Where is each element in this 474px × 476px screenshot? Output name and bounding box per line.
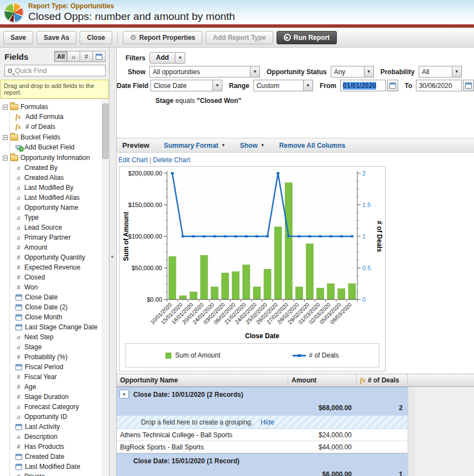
field-folder[interactable]: Opportunity Information	[3, 153, 100, 163]
add-filter-button[interactable]: Add ▼	[149, 52, 185, 64]
collapse-box-icon[interactable]	[3, 105, 8, 110]
field-item[interactable]: fx# of Deals	[10, 122, 100, 132]
group-summary-row: $68,000.002	[117, 401, 474, 415]
collapse-box-icon[interactable]	[3, 156, 8, 161]
a-field-icon: a	[15, 413, 22, 421]
field-label: Last Activity	[25, 423, 60, 431]
chevron-down-icon[interactable]: ▼	[175, 52, 185, 64]
table-scrollbar[interactable]	[408, 387, 415, 401]
field-item[interactable]: #Has Products	[10, 442, 100, 452]
filter-all-button[interactable]: All	[54, 51, 67, 62]
from-date-picker-button[interactable]	[387, 80, 398, 91]
show-menu[interactable]: Show▼	[240, 142, 265, 149]
remove-all-columns-link[interactable]: Remove All Columns	[279, 142, 346, 149]
svg-text:Sum of Amount: Sum of Amount	[122, 212, 130, 261]
field-item[interactable]: #Won	[10, 282, 100, 292]
field-item[interactable]: fxAdd Formula	[10, 112, 100, 122]
chevron-down-icon: ▼	[261, 143, 265, 148]
field-item[interactable]: aForecast Category	[10, 402, 100, 412]
fields-scrollbar-thumb[interactable]	[102, 104, 108, 159]
filter-number-button[interactable]: #	[80, 51, 93, 62]
field-folder[interactable]: Formulas	[3, 102, 100, 112]
summary-format-menu[interactable]: Summary Format▼	[164, 142, 226, 149]
page-title: Closed Opps: number and amount by month	[28, 11, 235, 23]
grouping-dropzone[interactable]: Drop a field here to create a grouping.H…	[117, 415, 408, 429]
field-item[interactable]: Close Date (2)	[10, 302, 100, 312]
range-select[interactable]: Custom ▼	[253, 80, 313, 91]
date-field-icon	[15, 324, 22, 330]
filters-label: Filters	[117, 54, 145, 62]
column-header-opportunity-name[interactable]: Opportunity Name	[117, 374, 288, 387]
delete-chart-link[interactable]: Delete Chart	[153, 156, 190, 164]
field-item[interactable]: #Expected Revenue	[10, 262, 100, 272]
field-item[interactable]: Close Date	[10, 292, 100, 302]
filter-text-button[interactable]: a	[67, 51, 80, 62]
field-item[interactable]: Fiscal Period	[10, 362, 100, 372]
field-item[interactable]: #Closed	[10, 272, 100, 282]
table-scrollbar[interactable]	[408, 453, 415, 468]
group-collapse-button[interactable]: ▼	[119, 390, 129, 399]
field-item[interactable]: #Fiscal Year	[10, 372, 100, 382]
opportunity-status-select[interactable]: Any ▼	[331, 66, 374, 77]
to-label: To	[405, 82, 413, 90]
column-header-amount[interactable]: Amount	[288, 374, 357, 387]
close-button[interactable]: Close	[80, 31, 112, 44]
filter-date-button[interactable]	[92, 51, 106, 62]
field-item[interactable]: Close Month	[10, 312, 100, 322]
save-button[interactable]: Save	[3, 31, 33, 44]
save-as-button[interactable]: Save As	[37, 31, 76, 44]
field-item[interactable]: aNext Step	[10, 332, 100, 342]
probability-select[interactable]: All ▼	[419, 66, 462, 77]
field-item[interactable]: aDescription	[10, 432, 100, 442]
field-item[interactable]: aCreated By	[10, 163, 100, 173]
field-item[interactable]: aStage	[10, 342, 100, 352]
field-item[interactable]: aLast Modified Alias	[10, 193, 100, 203]
field-item[interactable]: aPrimary Partner	[10, 232, 100, 242]
run-report-button[interactable]: ▶ Run Report	[277, 31, 337, 44]
from-date-input[interactable]: 01/01/2020	[340, 80, 386, 91]
field-item[interactable]: Last Activity	[10, 422, 100, 432]
panel-splitter[interactable]	[110, 48, 117, 476]
field-item[interactable]: Last Modified Date	[10, 462, 100, 472]
field-label: Description	[24, 433, 58, 441]
field-item[interactable]: aLast Modified By	[10, 183, 100, 193]
field-label: Close Date (2)	[25, 303, 67, 311]
to-date-input[interactable]: 30/06/2020	[416, 80, 462, 91]
field-item[interactable]: aType	[10, 213, 100, 223]
edit-chart-link[interactable]: Edit Chart	[118, 156, 148, 164]
column-header-deals[interactable]: fx# of Deals	[357, 374, 408, 387]
svg-text:$50,000.00: $50,000.00	[132, 265, 162, 271]
show-select[interactable]: All opportunities ▼	[149, 66, 260, 77]
field-item[interactable]: Add Bucket Field	[10, 142, 100, 152]
amount-cell: $44,000.00	[288, 441, 357, 453]
field-item[interactable]: #Amount	[10, 242, 100, 252]
table-scrollbar[interactable]	[408, 401, 415, 415]
field-item[interactable]: aLead Source	[10, 223, 100, 232]
field-item[interactable]: #Opportunity Quantity	[10, 252, 100, 262]
to-date-picker-button[interactable]	[463, 80, 474, 91]
field-item[interactable]: Last Stage Change Date	[10, 322, 100, 332]
a-field-icon: a	[15, 224, 22, 232]
quick-find-input[interactable]: Quick Find	[4, 65, 106, 76]
field-item[interactable]: #Private	[10, 472, 100, 476]
field-item[interactable]: #Stage Duration	[10, 392, 100, 402]
table-scrollbar[interactable]	[408, 468, 415, 476]
collapse-box-icon[interactable]	[3, 135, 8, 140]
text-type-icon: a	[72, 53, 75, 60]
summary-name-cell	[117, 401, 288, 415]
table-scrollbar[interactable]	[408, 429, 415, 441]
table-scrollbar[interactable]	[408, 415, 415, 429]
date-field-select[interactable]: Close Date ▼	[150, 80, 222, 91]
field-item[interactable]: Created Date	[10, 452, 100, 462]
table-scrollbar[interactable]	[408, 441, 415, 453]
dropzone-hide-link[interactable]: Hide	[261, 418, 274, 426]
formula-icon: fx	[360, 376, 366, 384]
field-item[interactable]: #Age	[10, 382, 100, 392]
field-item[interactable]: aOpportunity Name	[10, 203, 100, 213]
field-item[interactable]: #Probability (%)	[10, 352, 100, 362]
field-folder[interactable]: Bucket Fields	[3, 132, 100, 142]
field-item[interactable]: aOpportunity ID	[10, 412, 100, 422]
field-item[interactable]: aCreated Alias	[10, 173, 100, 183]
row-filler	[415, 415, 474, 429]
report-properties-button[interactable]: ⚙ Report Properties	[123, 31, 202, 44]
